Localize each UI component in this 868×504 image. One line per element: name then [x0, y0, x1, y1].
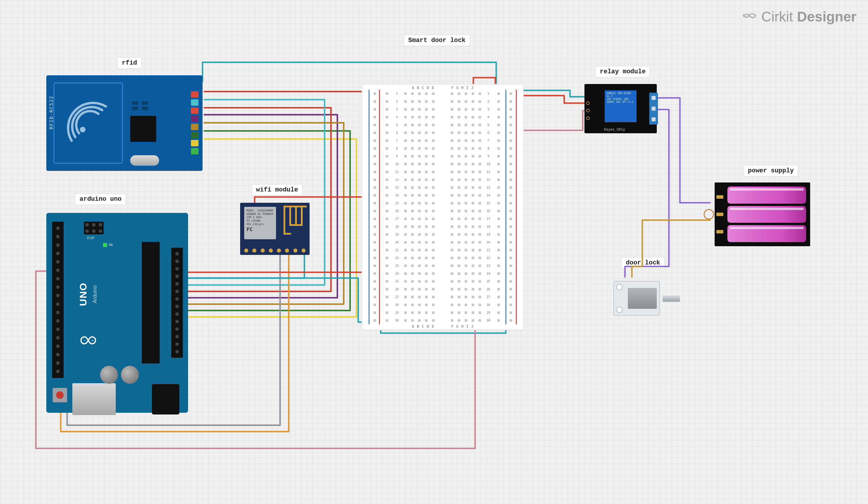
relay-module[interactable]: SONGLE SRD-05VDC-SL-C 10A 250VAC 10A 30V…: [585, 84, 657, 133]
rfid-rc522[interactable]: RFID-RC522: [46, 75, 203, 171]
rfid-pin-mosi[interactable]: [191, 108, 198, 114]
battery-cell: [727, 187, 806, 204]
lock-bolt: [663, 295, 680, 302]
relay-cube: SONGLE SRD-05VDC-SL-C 10A 250VAC 10A 30V…: [605, 90, 637, 122]
rfid-pin-3.3v[interactable]: [191, 148, 198, 154]
rfid-pin-miso[interactable]: [191, 115, 198, 122]
arduino-uno[interactable]: ICSP UNO Arduino - + ON: [46, 213, 188, 413]
wire-rfid-sda[interactable]: RFID SDA to breadboard: [204, 92, 369, 153]
rfid-pin-rst[interactable]: [191, 140, 198, 146]
rfid-antenna: [53, 82, 123, 164]
label-wifi: wifi module: [252, 184, 302, 195]
wifi-pin-header[interactable]: [244, 249, 306, 253]
wire-wifi-gnd[interactable]: ESP GND to Arduino GND: [185, 253, 304, 278]
arduino-barrel-jack[interactable]: [152, 384, 179, 414]
wire-ard-gnd-rail-l[interactable]: Arduino GND to left - rail: [185, 278, 369, 322]
label-rfid: rfid: [117, 57, 142, 69]
wire-rfid-mosi[interactable]: RFID MOSI: [185, 108, 331, 291]
logo-loop-icon: [742, 9, 757, 24]
battery-cell: [727, 225, 806, 242]
diagram-title: Smart door lock: [404, 35, 470, 46]
rfid-chip: [130, 116, 156, 142]
label-arduino: arduino uno: [75, 193, 126, 205]
app-logo: Cirkit Designer: [742, 9, 856, 24]
solenoid-door-lock[interactable]: [613, 275, 674, 323]
wire-ard-5v-rail-l[interactable]: Arduino 5V to left + rail: [185, 272, 375, 322]
wire-relay-com-lock[interactable]: relay COM to lock +: [625, 110, 669, 277]
wifi-pcb-antenna: [283, 206, 307, 235]
wifi-shield: MODEL ESP8266MOD VENDOR AI-THINKER ISM 2…: [244, 207, 276, 239]
rfid-pin-sck[interactable]: [191, 99, 198, 106]
label-relay: relay module: [596, 66, 650, 77]
arduino-mcu: [142, 242, 160, 363]
breadboard-col-labels-bottom: ABCDEFGHIJ: [362, 324, 523, 329]
svg-text:+: +: [91, 338, 94, 343]
svg-text:-: -: [84, 338, 85, 343]
logo-text-2: Designer: [797, 9, 856, 24]
wire-relay-vcc[interactable]: relay + from rail: [517, 95, 587, 103]
rfid-pin-header[interactable]: [191, 91, 198, 154]
arduino-capacitor: [121, 366, 139, 384]
arduino-digital-header[interactable]: [52, 222, 64, 378]
diagram-canvas[interactable]: Cirkit Designer Smart door lock rfid ard…: [0, 0, 868, 504]
label-psu: power supply: [744, 165, 798, 177]
rfid-waves-icon: [65, 100, 111, 146]
wire-relay-no-psu[interactable]: relay NO to battery +: [657, 98, 710, 203]
rfid-pin-irq[interactable]: [191, 124, 198, 130]
battery-lead-ring: [704, 209, 714, 220]
relay-input-pins[interactable]: [586, 101, 590, 120]
arduino-capacitor: [100, 366, 118, 384]
rfid-pin-gnd[interactable]: [191, 132, 198, 138]
relay-screw-terminals[interactable]: [649, 93, 658, 124]
arduino-badge: UNO: [78, 282, 88, 306]
arduino-power-analog-header[interactable]: [171, 248, 183, 358]
logo-text-1: Cirkit: [761, 9, 793, 24]
breadboard-col-labels-top: ABCDEFGHIJ: [362, 86, 523, 90]
arduino-brand: Arduino: [92, 285, 98, 303]
arduino-infinity-icon: - +: [78, 334, 99, 346]
arduino-icsp-label: ICSP: [87, 236, 95, 240]
rfid-pin-sda[interactable]: [191, 91, 198, 98]
arduino-reset-button[interactable]: [53, 388, 67, 402]
arduino-icsp[interactable]: [84, 222, 104, 234]
breadboard[interactable]: ABCDEFGHIJ ABCDEFGHIJ 123456789101112131…: [362, 84, 524, 330]
battery-contacts: [716, 188, 724, 240]
battery-cell: [727, 206, 806, 223]
rfid-crystal: [130, 155, 159, 166]
arduino-usb-port[interactable]: [72, 383, 116, 415]
esp8266-module[interactable]: MODEL ESP8266MOD VENDOR AI-THINKER ISM 2…: [240, 203, 310, 255]
arduino-on-led: [103, 243, 107, 247]
label-doorlock: door lock: [621, 257, 664, 269]
svg-point-0: [80, 127, 85, 132]
fcc-mark-icon: FC: [247, 226, 274, 233]
wire-relay-sig[interactable]: breadboard to relay S: [523, 111, 587, 130]
relay-board-label: Keyes_SR1y: [604, 128, 625, 131]
lock-solenoid-body: [628, 288, 657, 309]
battery-holder[interactable]: [715, 182, 810, 246]
